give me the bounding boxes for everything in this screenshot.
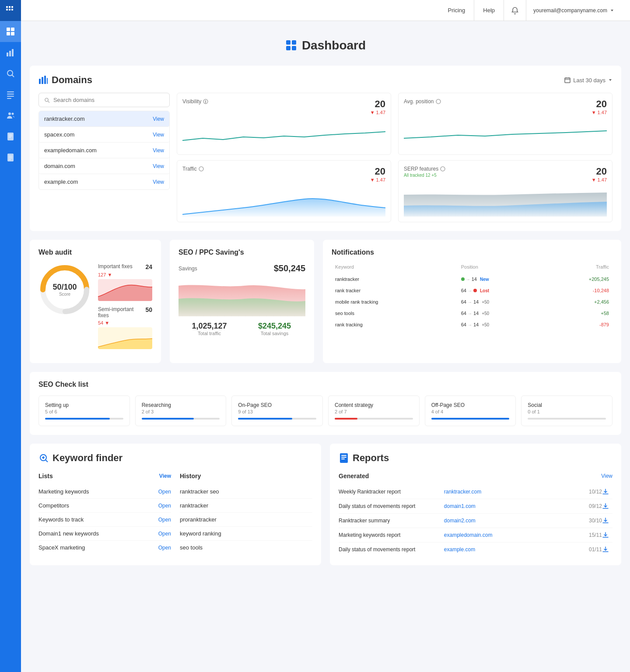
reports-view-link[interactable]: View xyxy=(601,473,612,479)
kf-open-link[interactable]: Open xyxy=(158,489,171,495)
report-download[interactable] xyxy=(602,532,612,539)
svg-point-13 xyxy=(7,70,13,76)
svg-rect-5 xyxy=(11,9,13,10)
sidebar-item-dashboard[interactable] xyxy=(0,21,21,42)
dashboard-icon xyxy=(285,39,298,52)
report-download[interactable] xyxy=(602,503,612,510)
checklist-item-title: On-Page SEO xyxy=(238,402,316,408)
sidebar-item-document[interactable] xyxy=(0,147,21,168)
domain-item[interactable]: domain.com View xyxy=(39,158,169,174)
kf-open-link[interactable]: Open xyxy=(158,545,171,551)
notif-position: 64 → Lost xyxy=(458,285,545,296)
user-menu[interactable]: youremail@companyname.com xyxy=(526,0,621,21)
svg-rect-17 xyxy=(7,96,14,97)
notif-position: 64 → 14 +50 xyxy=(458,308,545,318)
kf-open-link[interactable]: Open xyxy=(158,531,171,537)
audit-score: 50/100 xyxy=(52,283,77,292)
kf-history-title: History xyxy=(180,472,312,480)
checklist-item-count: 2 of 3 xyxy=(142,409,220,414)
svg-rect-34 xyxy=(42,77,43,84)
svg-rect-9 xyxy=(11,32,14,35)
page-title-area: Dashboard xyxy=(30,38,621,52)
sidebar-item-search[interactable] xyxy=(0,63,21,84)
kf-open-link[interactable]: Open xyxy=(158,503,171,509)
checklist-item-title: Off-Page SEO xyxy=(431,402,510,408)
domain-item[interactable]: spacex.com View xyxy=(39,127,169,143)
checklist-item[interactable]: Setting up 5 of 6 xyxy=(38,396,130,426)
svg-rect-28 xyxy=(9,159,11,160)
visibility-label: Visibility i xyxy=(182,98,208,105)
sidebar-item-reports[interactable] xyxy=(0,126,21,147)
svg-line-42 xyxy=(48,101,49,102)
checklist-bar-bg xyxy=(45,418,123,420)
domains-grid: ranktracker.com View spacex.com View exa… xyxy=(38,93,612,222)
sidebar-item-users[interactable] xyxy=(0,105,21,126)
report-domain[interactable]: exampledomain.com xyxy=(444,532,550,538)
domain-view-link[interactable]: View xyxy=(153,116,164,122)
svg-rect-2 xyxy=(11,6,13,8)
kf-list-name: Marketing keywords xyxy=(38,488,89,495)
report-domain[interactable]: example.com xyxy=(444,546,550,553)
checklist-item[interactable]: Content strategy 2 of 7 xyxy=(328,396,420,426)
serp-features-value: 20 xyxy=(592,166,607,177)
domains-date-filter[interactable]: Last 30 days xyxy=(564,77,612,84)
checklist-item[interactable]: Off-Page SEO 4 of 4 xyxy=(425,396,516,426)
avg-position-value: 20 xyxy=(592,98,607,110)
savings-amount: $50,245 xyxy=(274,263,305,273)
checklist-item-title: Social xyxy=(528,402,606,408)
seo-ppc-card: SEO / PPC Saving's Savings $50,245 xyxy=(170,240,314,363)
domain-item[interactable]: example.com View xyxy=(39,174,169,189)
kf-list-item: Domain1 new keywords Open xyxy=(38,527,171,541)
domain-item[interactable]: ranktracker.com View xyxy=(39,111,169,127)
domain-search-input[interactable] xyxy=(53,97,164,103)
audit-donut: 50/100 Score xyxy=(38,263,91,316)
checklist-item[interactable]: Social 0 of 1 xyxy=(521,396,612,426)
visibility-chart: Visibility i 20 ▼ 1.47 xyxy=(177,93,391,155)
domain-view-link[interactable]: View xyxy=(153,163,164,169)
domain-view-link[interactable]: View xyxy=(153,179,164,185)
kf-list-item: Competitors Open xyxy=(38,499,171,513)
keyword-finder-icon xyxy=(38,453,49,463)
notif-traffic: -879 xyxy=(546,319,612,330)
domain-view-link[interactable]: View xyxy=(153,147,164,154)
report-name: Ranktracker summary xyxy=(339,518,444,524)
savings-label: Savings xyxy=(178,266,197,272)
domain-item[interactable]: exampledomain.com View xyxy=(39,143,169,158)
report-domain[interactable]: ranktracker.com xyxy=(444,489,550,495)
pricing-link[interactable]: Pricing xyxy=(439,0,475,21)
total-savings-value: $245,245 xyxy=(244,322,305,331)
report-domain[interactable]: domain1.com xyxy=(444,503,550,509)
avg-position-label: Avg. position xyxy=(404,98,441,105)
traffic-change: ▼ 1.47 xyxy=(370,177,385,182)
report-download[interactable] xyxy=(602,517,612,524)
reports-title: Reports xyxy=(339,452,612,464)
sidebar-item-analytics[interactable] xyxy=(0,42,21,63)
domain-search[interactable] xyxy=(38,93,170,107)
checklist-item[interactable]: On-Page SEO 9 of 13 xyxy=(231,396,323,426)
svg-rect-3 xyxy=(6,9,8,10)
report-download[interactable] xyxy=(602,546,612,553)
metrics-col-1: Visibility i 20 ▼ 1.47 xyxy=(177,93,391,222)
kf-lists-title: Lists View xyxy=(38,472,171,480)
help-link[interactable]: Help xyxy=(474,0,504,21)
report-download[interactable] xyxy=(602,488,612,495)
kf-lists-view[interactable]: View xyxy=(159,473,171,479)
report-date: 01/11 xyxy=(550,546,602,553)
domain-view-link[interactable]: View xyxy=(153,132,164,138)
kf-history-item: keyword ranking xyxy=(180,527,312,541)
checklist-item-count: 4 of 4 xyxy=(431,409,510,414)
top-nav: Pricing Help youremail@companyname.com xyxy=(21,0,630,21)
sidebar-logo[interactable] xyxy=(0,0,21,21)
kf-open-link[interactable]: Open xyxy=(158,517,171,523)
reports-icon xyxy=(339,453,349,463)
checklist-item[interactable]: Researching 2 of 3 xyxy=(135,396,227,426)
report-domain[interactable]: domain2.com xyxy=(444,518,550,524)
bottom-section: Lists Keyword finder Lists View Marketin… xyxy=(30,444,621,565)
checklist-bar xyxy=(335,418,357,420)
important-fixes-count: 24 xyxy=(145,263,152,270)
kf-history-term: ranktracker xyxy=(180,502,208,509)
sidebar-item-list[interactable] xyxy=(0,84,21,105)
notifications-bell[interactable] xyxy=(504,0,526,21)
kf-grid: Lists View Marketing keywords Open Compe… xyxy=(38,472,312,554)
domain-name: exampledomain.com xyxy=(44,147,97,154)
